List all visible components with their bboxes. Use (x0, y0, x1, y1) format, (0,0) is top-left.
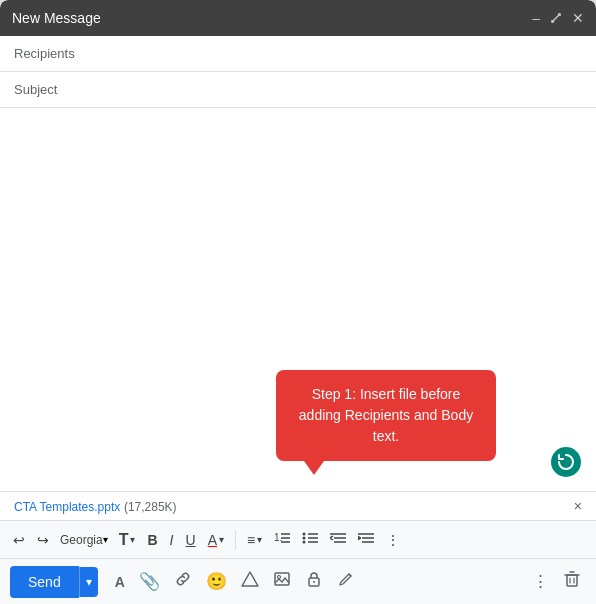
unordered-list-button[interactable] (297, 527, 323, 552)
recipients-row (0, 36, 596, 72)
font-color-icon: A (208, 532, 217, 548)
trash-icon (563, 570, 581, 593)
font-selector[interactable]: Georgia ▾ (56, 530, 112, 550)
increase-indent-icon (358, 531, 374, 548)
more-formatting-icon: ⋮ (386, 532, 400, 548)
format-text-button[interactable]: A (110, 569, 130, 595)
photo-button[interactable] (268, 565, 296, 598)
attach-button[interactable]: 📎 (134, 566, 165, 597)
attachment-info: CTA Templates.pptx (17,285K) (14, 499, 177, 514)
more-formatting-button[interactable]: ⋮ (381, 528, 405, 552)
lock-icon (305, 570, 323, 593)
svg-point-23 (313, 581, 315, 583)
more-options-button[interactable]: ⋮ (527, 566, 554, 597)
title-bar: New Message – ✕ (0, 0, 596, 36)
emoji-button[interactable]: 🙂 (201, 566, 232, 597)
send-dropdown-button[interactable]: ▾ (79, 567, 98, 597)
delete-button[interactable] (558, 565, 586, 598)
svg-point-8 (303, 537, 306, 540)
lock-button[interactable] (300, 565, 328, 598)
recipients-input[interactable] (14, 46, 582, 61)
attachment-size: (17,285K) (124, 500, 177, 514)
refresh-icon[interactable] (550, 446, 582, 478)
expand-icon (550, 12, 562, 24)
attachment-bar: CTA Templates.pptx (17,285K) × (0, 491, 596, 520)
photo-icon (273, 570, 291, 593)
font-name-label: Georgia (60, 533, 103, 547)
close-button[interactable]: ✕ (572, 11, 584, 25)
tooltip-text: Step 1: Insert file before adding Recipi… (299, 386, 473, 444)
font-color-button[interactable]: A ▾ (203, 528, 229, 552)
font-dropdown-icon: ▾ (103, 534, 108, 545)
body-area: Step 1: Insert file before adding Recipi… (0, 108, 596, 491)
bottom-toolbar: Send ▾ A 📎 🙂 (0, 558, 596, 604)
subject-row (0, 72, 596, 108)
window-title: New Message (12, 10, 101, 26)
font-size-button[interactable]: T ▾ (114, 527, 141, 553)
redo-button[interactable]: ↪ (32, 528, 54, 552)
italic-button[interactable]: I (165, 528, 179, 552)
underline-button[interactable]: U (181, 528, 201, 552)
svg-point-21 (277, 576, 280, 579)
title-bar-controls: – ✕ (532, 11, 584, 25)
emoji-icon: 🙂 (206, 571, 227, 592)
underline-icon: U (186, 532, 196, 548)
tooltip-bubble: Step 1: Insert file before adding Recipi… (276, 370, 496, 461)
align-icon: ≡ (247, 532, 255, 548)
attach-icon: 📎 (139, 571, 160, 592)
drive-icon (241, 570, 259, 593)
svg-point-9 (303, 541, 306, 544)
bottom-right-icons: ⋮ (527, 565, 586, 598)
link-button[interactable] (169, 565, 197, 598)
send-group: Send ▾ (10, 566, 98, 598)
svg-rect-20 (275, 573, 289, 585)
decrease-indent-icon (330, 531, 346, 548)
refresh-icon-wrap (550, 446, 582, 481)
redo-icon: ↪ (37, 532, 49, 548)
undo-button[interactable]: ↩ (8, 528, 30, 552)
drive-button[interactable] (236, 565, 264, 598)
format-text-icon: A (115, 574, 125, 590)
align-dropdown-icon: ▾ (257, 534, 262, 545)
attachment-name: CTA Templates.pptx (14, 500, 120, 514)
bold-icon: B (147, 532, 157, 548)
font-size-icon: T (119, 531, 129, 549)
align-button[interactable]: ≡ ▾ (242, 528, 267, 552)
svg-point-2 (551, 447, 581, 477)
tooltip-wrapper: Step 1: Insert file before adding Recipi… (276, 370, 496, 461)
minimize-button[interactable]: – (532, 11, 540, 25)
font-color-dropdown-icon: ▾ (219, 534, 224, 545)
unordered-list-icon (302, 531, 318, 548)
subject-input[interactable] (14, 82, 582, 97)
ordered-list-icon: 1. (274, 531, 290, 548)
pen-button[interactable] (332, 565, 360, 598)
toolbar-separator-1 (235, 531, 236, 549)
link-icon (174, 570, 192, 593)
increase-indent-button[interactable] (353, 527, 379, 552)
compose-window: New Message – ✕ Step 1: Insert (0, 0, 596, 604)
attachment-close-button[interactable]: × (574, 498, 582, 514)
ordered-list-button[interactable]: 1. (269, 527, 295, 552)
expand-button[interactable] (550, 12, 562, 24)
decrease-indent-button[interactable] (325, 527, 351, 552)
undo-icon: ↩ (13, 532, 25, 548)
bold-button[interactable]: B (142, 528, 162, 552)
svg-point-7 (303, 533, 306, 536)
svg-rect-24 (567, 575, 577, 586)
more-options-icon: ⋮ (532, 571, 549, 592)
italic-icon: I (170, 532, 174, 548)
svg-marker-19 (242, 572, 258, 586)
formatting-toolbar: ↩ ↪ Georgia ▾ T ▾ B I U A ▾ ≡ ▾ (0, 520, 596, 558)
pen-icon (337, 570, 355, 593)
send-button[interactable]: Send (10, 566, 79, 598)
font-size-dropdown-icon: ▾ (130, 534, 135, 545)
